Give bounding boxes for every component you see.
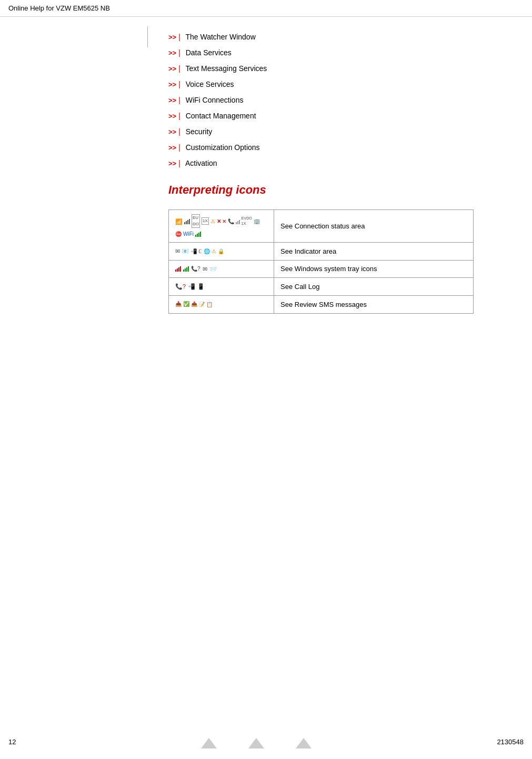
svg-text:📶: 📶 [175, 218, 183, 225]
nav-link-watcher[interactable]: The Watcher Window [185, 33, 255, 41]
page-footer: 12 2130548 [8, 738, 524, 748]
sms-draft-icon: 📝 [198, 301, 205, 308]
icons-table: 📶 EUDO 1X [168, 209, 474, 314]
nav-link-text-messaging[interactable]: Text Messaging Services [185, 64, 267, 73]
antenna-icon: 📶 [175, 217, 183, 225]
sms-forward-icon: 📋 [206, 301, 213, 308]
nav-item-voice: >>| Voice Services [168, 80, 500, 88]
nav-arrow-1: >> [168, 33, 176, 41]
bars-icon [184, 218, 190, 224]
main-content: >>| The Watcher Window >>| Data Services… [0, 17, 532, 345]
nav-item-text-messaging: >>| Text Messaging Services [168, 64, 500, 73]
nav-arrow-3: >> [168, 65, 176, 73]
missed-call-icon: 📞? [175, 282, 186, 291]
envelope-icon: ✉ [175, 247, 180, 256]
c-icon: ℂ [198, 247, 202, 255]
nav-item-contact: >>| Contact Management [168, 112, 500, 120]
desc-calllog: See Call Log [280, 283, 319, 291]
icon-cell-calllog: 📞? 📲 📱 [169, 278, 274, 296]
nav-list: >>| The Watcher Window >>| Data Services… [168, 33, 500, 167]
footer-triangle-2 [248, 738, 264, 748]
tray-env-icon: ✉ [203, 265, 207, 274]
section-title: Interpreting icons [168, 183, 500, 197]
sms-inbox-icon: 📥 [175, 300, 182, 308]
nav-item-activation: >>| Activation [168, 159, 500, 167]
nav-arrow-8: >> [168, 144, 176, 152]
envelope2-icon: 📧 [182, 247, 189, 256]
desc-indicator: See Indicator area [280, 247, 336, 255]
desc-sms: See Review SMS messages [280, 301, 367, 308]
desc-cell-tray: See Windows system tray icons [274, 260, 474, 278]
nav-arrow-7: >> [168, 128, 176, 136]
sidebar-decoration [147, 26, 148, 47]
nav-item-data: >>| Data Services [168, 48, 500, 57]
evdo-icon: EUDO [192, 214, 200, 228]
icon-cell-tray: 📞? ✉ 📨 [169, 260, 274, 278]
red-x-icon: ⛔ [175, 230, 182, 238]
tray-icons: 📞? ✉ 📨 [175, 265, 267, 274]
x-icon: ✕ [217, 217, 221, 225]
doc-number: 2130548 [497, 738, 524, 748]
nav-link-voice[interactable]: Voice Services [186, 80, 234, 88]
desc-tray: See Windows system tray icons [280, 265, 377, 273]
icon-cell-sms: 📥 ✅ 📤 📝 📋 [169, 295, 274, 313]
nav-arrow-4: >> [168, 81, 176, 88]
nav-arrow-9: >> [168, 159, 176, 167]
page-number: 12 [8, 738, 16, 748]
footer-triangle-3 [296, 738, 312, 748]
nav-link-contact[interactable]: Contact Management [186, 112, 256, 120]
nav-link-customization[interactable]: Customization Options [186, 143, 260, 152]
phone-icon: 📞 [228, 217, 234, 225]
desc-cell-indicator: See Indicator area [274, 243, 474, 261]
red-bars-icon [175, 266, 181, 272]
alert-icon: ⚠ [212, 247, 216, 255]
footer-triangle-1 [201, 738, 217, 748]
nav-item-wifi: >>| WiFi Connections [168, 96, 500, 104]
nav-arrow-5: >> [168, 96, 176, 104]
globe-icon: 🌐 [204, 247, 210, 255]
nav-link-data[interactable]: Data Services [186, 48, 232, 57]
x2-icon: ✕ [222, 217, 226, 225]
incoming-call-icon: 📲 [188, 282, 195, 291]
tower-icon: 🏢 [254, 217, 260, 225]
header-title: Online Help for VZW EM5625 NB [8, 4, 110, 12]
table-row: 📞? ✉ 📨 See Windows system tray icons [169, 260, 474, 278]
tray-env2-icon: 📨 [209, 265, 217, 274]
outgoing-call-icon: 📱 [197, 282, 205, 291]
wifi-icon: WiFi [183, 230, 194, 238]
page-header: Online Help for VZW EM5625 NB [0, 0, 532, 17]
desc-cell-calllog: See Call Log [274, 278, 474, 296]
desc-cell-connection: See Connection status area [274, 210, 474, 243]
sms-check-icon: ✅ [183, 300, 189, 308]
voicemail-icon: 📲 [190, 247, 197, 255]
nav-item-watcher: >>| The Watcher Window [168, 33, 500, 41]
green-bars-icon [183, 266, 189, 272]
nav-link-wifi[interactable]: WiFi Connections [186, 96, 244, 104]
nav-item-customization: >>| Customization Options [168, 143, 500, 152]
nav-arrow-6: >> [168, 112, 176, 120]
lock-icon: 🔒 [218, 247, 224, 255]
footer-decoration [201, 738, 312, 748]
nav-link-activation[interactable]: Activation [185, 159, 217, 167]
evdo2-icon: EVDO1X [242, 216, 252, 227]
phone-q-icon: 📞? [191, 265, 200, 273]
connection-icons: 📶 EUDO 1X [175, 214, 267, 238]
bars2-icon [236, 218, 240, 224]
sms-delete-icon: 📤 [191, 300, 197, 308]
1x-icon: 1X [202, 217, 209, 225]
sms-icons: 📥 ✅ 📤 📝 📋 [175, 300, 267, 309]
table-row: ✉ 📧 📲 ℂ 🌐 ⚠ 🔒 [169, 243, 474, 261]
nav-link-security[interactable]: Security [186, 127, 213, 136]
indicator-icons: ✉ 📧 📲 ℂ 🌐 ⚠ 🔒 [175, 247, 267, 256]
icon-cell-indicator: ✉ 📧 📲 ℂ 🌐 ⚠ 🔒 [169, 243, 274, 261]
bars3-icon [195, 231, 201, 237]
table-row: 📶 EUDO 1X [169, 210, 474, 243]
desc-connection: See Connection status area [280, 222, 365, 230]
table-row: 📥 ✅ 📤 📝 📋 [169, 295, 474, 313]
table-row: 📞? 📲 📱 See Call Log [169, 278, 474, 296]
calllog-icons: 📞? 📲 📱 [175, 282, 267, 291]
icon-cell-connection: 📶 EUDO 1X [169, 210, 274, 243]
nav-arrow-2: >> [168, 49, 176, 57]
desc-cell-sms: See Review SMS messages [274, 295, 474, 313]
nav-item-security: >>| Security [168, 127, 500, 136]
